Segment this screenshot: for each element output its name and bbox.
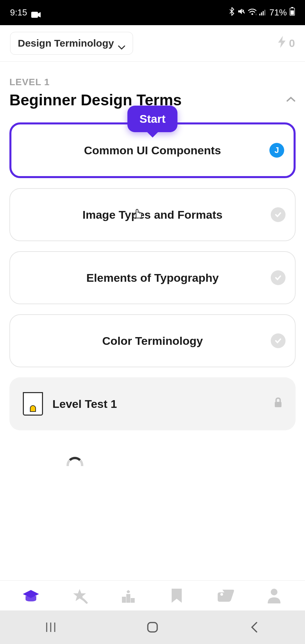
lesson-card-typography[interactable]: Elements of Typography	[9, 251, 296, 304]
status-left: 9:15	[10, 7, 41, 18]
battery-icon	[290, 7, 295, 18]
lesson-title: Image Types and Formats	[83, 208, 223, 221]
sys-nav-home[interactable]	[129, 621, 176, 633]
nav-profile[interactable]	[265, 586, 284, 605]
castle-icon	[23, 392, 43, 416]
nav-shop[interactable]	[216, 586, 235, 605]
svg-rect-6	[259, 14, 260, 15]
nav-bookmarks[interactable]	[167, 586, 186, 605]
svg-rect-15	[126, 594, 130, 603]
svg-rect-8	[263, 11, 264, 15]
status-right: ↑ 71%	[229, 7, 295, 18]
nav-learn[interactable]	[21, 586, 40, 605]
main-content: LEVEL 1 Beginner Design Terms Start Comm…	[0, 62, 305, 430]
start-tooltip-label: Start	[139, 112, 165, 125]
check-badge	[271, 333, 286, 348]
wifi-icon: ↑	[248, 7, 257, 18]
svg-text:↑: ↑	[255, 13, 257, 15]
svg-rect-13	[275, 402, 281, 407]
sys-nav-back[interactable]	[231, 621, 278, 633]
lesson-title: Common UI Components	[84, 144, 221, 157]
chevron-down-icon	[118, 41, 125, 46]
svg-rect-22	[148, 623, 157, 632]
avatar-badge: J	[269, 143, 284, 158]
nav-practice[interactable]	[70, 586, 89, 605]
signal-icon	[259, 7, 267, 18]
mute-icon	[237, 7, 245, 18]
lock-icon	[273, 397, 283, 411]
svg-rect-12	[291, 10, 294, 15]
lesson-title: Color Terminology	[102, 334, 203, 347]
camera-icon	[31, 10, 41, 16]
nav-leaderboard[interactable]	[119, 586, 138, 605]
system-nav-bar	[0, 610, 305, 644]
level-test-card[interactable]: Level Test 1	[9, 377, 296, 430]
bluetooth-icon	[229, 7, 234, 18]
svg-rect-0	[31, 12, 38, 18]
svg-point-4	[251, 13, 253, 15]
check-badge	[271, 207, 286, 222]
bottom-nav	[0, 580, 305, 610]
course-name: Design Terminology	[18, 38, 114, 49]
svg-rect-9	[264, 10, 265, 15]
sys-nav-recents[interactable]	[27, 621, 74, 633]
svg-point-17	[220, 593, 223, 596]
lesson-title: Elements of Typography	[86, 271, 219, 284]
svg-rect-7	[261, 12, 262, 15]
status-bar: 9:15 ↑ 71%	[0, 0, 305, 25]
level-label: LEVEL 1	[9, 77, 296, 88]
chevron-up-icon	[286, 96, 296, 104]
loading-spinner-icon	[67, 457, 83, 474]
course-dropdown[interactable]: Design Terminology	[10, 32, 133, 55]
lessons-list: Start Common UI Components J Image Types…	[9, 122, 296, 430]
svg-rect-14	[122, 597, 126, 603]
svg-point-18	[271, 589, 277, 595]
streak-counter[interactable]: 0	[277, 35, 295, 51]
avatar-letter: J	[274, 146, 279, 155]
lesson-card-color[interactable]: Color Terminology	[9, 314, 296, 367]
svg-rect-16	[131, 598, 135, 603]
lightning-icon	[277, 35, 287, 51]
check-badge	[271, 270, 286, 285]
streak-count: 0	[289, 37, 295, 50]
test-title: Level Test 1	[52, 397, 117, 411]
lesson-card-image-types[interactable]: Image Types and Formats	[9, 188, 296, 241]
start-tooltip[interactable]: Start	[127, 106, 177, 132]
status-time: 9:15	[10, 7, 27, 18]
battery-text: 71%	[269, 7, 287, 18]
app-header: Design Terminology 0	[0, 25, 305, 62]
